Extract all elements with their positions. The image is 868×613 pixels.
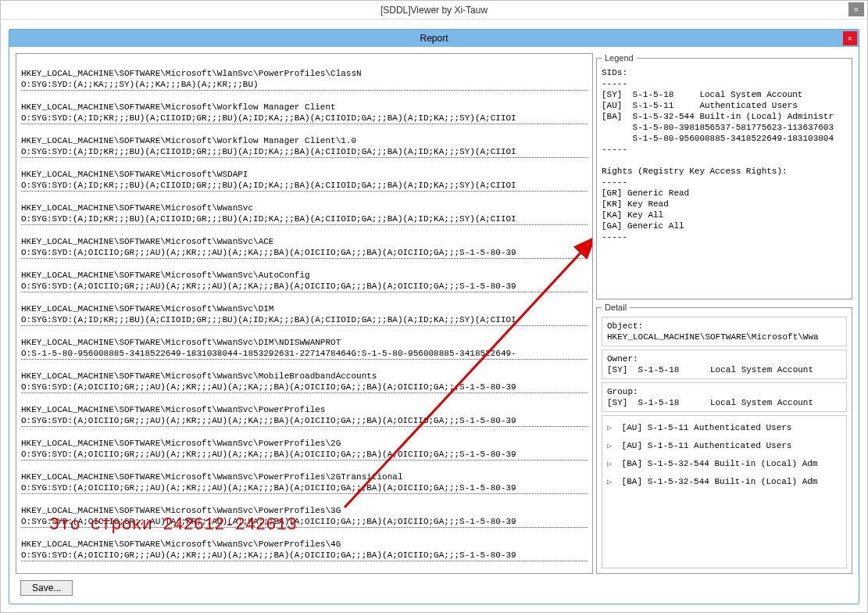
report-line: HKEY_LOCAL_MACHINE\SOFTWARE\Microsoft\Ww… — [21, 505, 588, 516]
close-icon: × — [848, 34, 852, 43]
detail-entry-row[interactable]: ▷ [BA] S-1-5-32-544 Built-in (Local) Adm — [602, 473, 846, 491]
detail-group-group: Group: [SY] S-1-5-18 Local System Accoun… — [602, 382, 847, 412]
report-text-area[interactable]: HKEY_LOCAL_MACHINE\SOFTWARE\Microsoft\Wl… — [16, 54, 592, 573]
detail-entry-list[interactable]: ▷ [AU] S-1-5-11 Authenticated Users▷ [AU… — [602, 415, 847, 568]
entry-name: Built-in (Local) Adm — [714, 459, 817, 468]
report-line: HKEY_LOCAL_MACHINE\SOFTWARE\Microsoft\Ww… — [21, 471, 588, 482]
report-line: HKEY_LOCAL_MACHINE\SOFTWARE\Microsoft\Ww… — [21, 337, 588, 348]
outer-title: [SDDL]Viewer by Xi-Tauw — [380, 5, 488, 16]
legend-fieldset: Legend SIDs: ----- [SY] S-1-5-18 Local S… — [596, 53, 852, 299]
report-title: Report — [420, 33, 448, 44]
report-line: HKEY_LOCAL_MACHINE\SOFTWARE\Microsoft\Ww… — [21, 539, 588, 550]
report-line: O:SYG:SYD:(A;OICIIO;GR;;;AU)(A;;KR;;;AU)… — [21, 247, 588, 259]
report-content: HKEY_LOCAL_MACHINE\SOFTWARE\Microsoft\Wl… — [9, 47, 859, 577]
app-window: [SDDL]Viewer by Xi-Tauw × Report × HKEY_… — [0, 0, 868, 613]
report-text-panel: HKEY_LOCAL_MACHINE\SOFTWARE\Microsoft\Wl… — [16, 53, 593, 574]
report-line — [21, 528, 588, 539]
report-line: HKEY_LOCAL_MACHINE\SOFTWARE\Microsoft\Ww… — [21, 203, 588, 213]
report-window: Report × HKEY_LOCAL_MACHINE\SOFTWARE\Mic… — [9, 29, 859, 604]
detail-fieldset: Detail Object: HKEY_LOCAL_MACHINE\SOFTWA… — [596, 303, 852, 574]
entry-sid-value: S-1-5-32-544 — [648, 477, 709, 486]
detail-entry-row[interactable]: ▷ [BA] S-1-5-32-544 Built-in (Local) Adm — [602, 455, 846, 473]
report-close-button[interactable]: × — [843, 31, 857, 45]
report-line — [21, 561, 588, 572]
report-line: O:SYG:SYD:(A;OICIIO;GR;;;AU)(A;;KR;;;AU)… — [21, 382, 588, 393]
report-line: O:SYG:SYD:(A;OICIIO;GR;;;AU)(A;;KR;;;AU)… — [21, 415, 588, 427]
detail-group-label: Group: — [607, 387, 638, 396]
report-line: O:SYG:SYD:(A;OICIIO;GR;;;AU)(A;;KR;;;AU)… — [21, 281, 588, 292]
report-line — [21, 360, 588, 371]
report-line — [21, 393, 588, 404]
entry-sid: [AU] — [622, 441, 642, 450]
entry-sid-value: S-1-5-11 — [648, 441, 689, 450]
report-line — [21, 57, 588, 68]
annotation-highlight-box — [41, 573, 593, 574]
detail-entry-row[interactable]: ▷ [AU] S-1-5-11 Authenticated Users — [602, 419, 846, 437]
report-line — [21, 225, 588, 236]
report-line: HKEY_LOCAL_MACHINE\SOFTWARE\Microsoft\WS… — [21, 169, 588, 180]
report-line — [21, 292, 588, 303]
report-line: O:SYG:SYD:(A;OICIIO;GR;;;AU)(A;;KR;;;AU)… — [21, 550, 588, 561]
expand-icon[interactable]: ▷ — [607, 475, 616, 489]
report-line — [21, 259, 588, 270]
report-line: O:SYG:SYD:(A;OICIIO;GR;;;AU)(A;;KR;;;AU)… — [21, 449, 588, 461]
entry-sid-value: S-1-5-32-544 — [648, 459, 709, 468]
entry-name: Authenticated Users — [694, 423, 791, 432]
report-line: O:SYG:SYD:(A;;KA;;;SY)(A;;KA;;;BA)(A;;KR… — [21, 79, 588, 91]
detail-entry-row[interactable]: ▷ [AU] S-1-5-11 Authenticated Users — [602, 437, 846, 455]
legend-title: Legend — [602, 53, 637, 63]
report-line: O:SYG:SYD:(A;ID;KR;;;BU)(A;CIIOID;GR;;;B… — [21, 314, 588, 326]
report-line — [21, 91, 588, 102]
report-line: O:SYG:SYD:(A;OICIIO;GR;;;AU)(A;;KR;;;AU)… — [21, 516, 588, 528]
legend-text[interactable]: SIDs: ----- [SY] S-1-5-18 Local System A… — [602, 67, 847, 294]
report-line: HKEY_LOCAL_MACHINE\SOFTWARE\Microsoft\Wo… — [21, 135, 588, 146]
report-line — [21, 124, 588, 135]
save-button[interactable]: Save... — [20, 580, 73, 596]
entry-sid: [BA] — [622, 477, 642, 486]
report-line: HKEY_LOCAL_MACHINE\SOFTWARE\Microsoft\Ww… — [21, 270, 588, 281]
report-line: O:S-1-5-80-956008885-3418522649-18310380… — [21, 348, 588, 360]
entry-name: Built-in (Local) Adm — [714, 477, 817, 486]
report-line — [21, 326, 588, 337]
report-line: HKEY_LOCAL_MACHINE\SOFTWARE\Microsoft\Wl… — [21, 68, 588, 79]
report-line — [21, 461, 588, 471]
report-line: HKEY_LOCAL_MACHINE\SOFTWARE\Microsoft\Ww… — [21, 371, 588, 382]
detail-title: Detail — [602, 303, 630, 312]
report-line — [21, 192, 588, 203]
detail-object-group: Object: HKEY_LOCAL_MACHINE\SOFTWARE\Micr… — [602, 317, 847, 346]
report-line — [21, 158, 588, 169]
report-titlebar[interactable]: Report × — [9, 30, 859, 47]
expand-icon[interactable]: ▷ — [607, 439, 616, 453]
detail-object-value: HKEY_LOCAL_MACHINE\SOFTWARE\Microsoft\Ww… — [607, 332, 819, 342]
report-line: HKEY_LOCAL_MACHINE\SOFTWARE\Microsoft\Ww… — [21, 303, 588, 314]
report-line: O:SYG:SYD:(A;ID;KR;;;BU)(A;CIIOID;GR;;;B… — [21, 213, 588, 225]
report-line: O:SYG:SYD:(A;ID;KR;;;BU)(A;CIIOID;GR;;;B… — [21, 146, 588, 158]
close-icon: × — [854, 5, 859, 14]
entry-sid: [AU] — [622, 423, 642, 432]
report-line — [21, 494, 588, 505]
outer-titlebar[interactable]: [SDDL]Viewer by Xi-Tauw × — [1, 1, 867, 20]
entry-sid-value: S-1-5-11 — [648, 423, 689, 432]
detail-owner-value: [SY] S-1-5-18 Local System Account — [607, 365, 813, 375]
report-line: O:SYG:SYD:(A;ID;KR;;;BU)(A;CIIOID;GR;;;B… — [21, 180, 588, 192]
right-panel: Legend SIDs: ----- [SY] S-1-5-18 Local S… — [596, 53, 852, 574]
detail-owner-group: Owner: [SY] S-1-5-18 Local System Accoun… — [602, 350, 847, 379]
detail-group-value: [SY] S-1-5-18 Local System Account — [607, 398, 813, 407]
report-line: HKEY_LOCAL_MACHINE\SOFTWARE\Microsoft\Wo… — [21, 102, 588, 113]
entry-sid: [BA] — [622, 459, 642, 468]
bottom-bar: Save... — [9, 577, 859, 604]
report-line: HKEY_LOCAL_MACHINE\SOFTWARE\Microsoft\Ww… — [21, 236, 588, 247]
report-line: O:SYG:SYD:(A;ID;KR;;;BU)(A;CIIOID;GR;;;B… — [21, 113, 588, 124]
report-line: HKEY_LOCAL_MACHINE\SOFTWARE\Microsoft\Ww… — [21, 404, 588, 415]
detail-owner-label: Owner: — [607, 354, 638, 364]
expand-icon[interactable]: ▷ — [607, 457, 616, 471]
report-line — [21, 427, 588, 438]
entry-name: Authenticated Users — [694, 441, 791, 450]
report-line: HKEY_LOCAL_MACHINE\SOFTWARE\Microsoft\Ww… — [21, 438, 588, 449]
expand-icon[interactable]: ▷ — [607, 421, 616, 436]
outer-close-button[interactable]: × — [848, 2, 864, 16]
report-line: O:SYG:SYD:(A;OICIIO;GR;;;AU)(A;;KR;;;AU)… — [21, 482, 588, 494]
detail-object-label: Object: — [607, 321, 643, 331]
report-line — [21, 572, 588, 573]
